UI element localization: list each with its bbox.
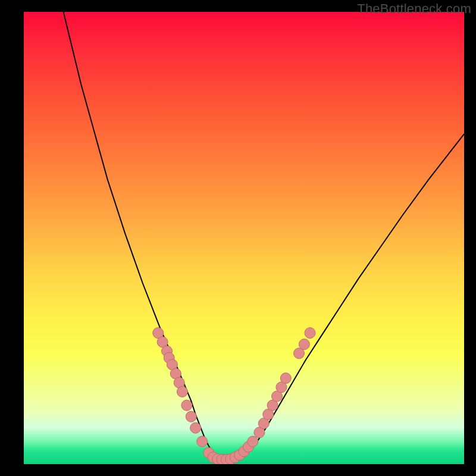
chart-plot-area <box>24 12 464 464</box>
curve-marker <box>190 422 201 433</box>
curve-marker <box>299 339 309 350</box>
curve-markers <box>153 328 315 464</box>
curve-marker <box>305 328 315 339</box>
chart-svg <box>24 12 464 464</box>
bottleneck-curve <box>64 12 464 459</box>
chart-frame: TheBottleneck.com <box>0 0 476 476</box>
curve-marker <box>181 400 192 411</box>
curve-marker <box>248 436 258 447</box>
curve-marker <box>197 436 208 447</box>
watermark-text: TheBottleneck.com <box>357 1 471 17</box>
curve-marker <box>280 373 291 384</box>
curve-marker <box>177 386 187 397</box>
curve-marker <box>186 411 196 422</box>
